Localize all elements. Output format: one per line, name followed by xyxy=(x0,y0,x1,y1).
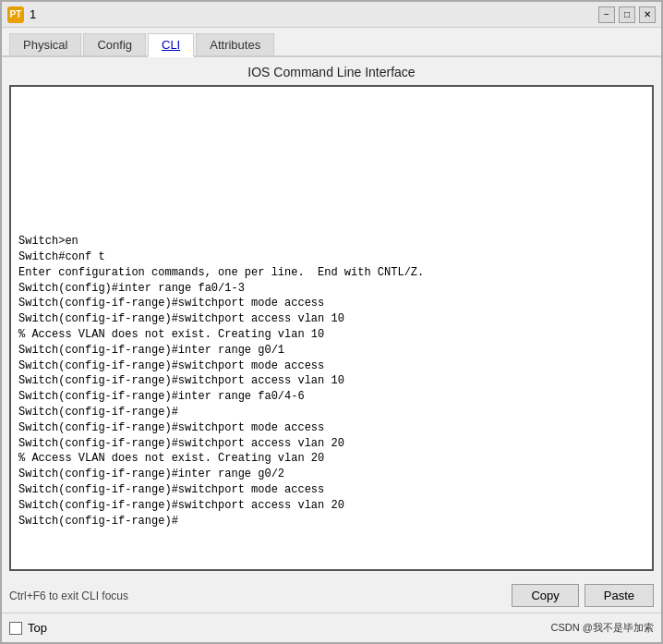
footer-bar: Top CSDN @我不是毕加索 xyxy=(2,613,661,642)
cli-section-title: IOS Command Line Interface xyxy=(9,65,654,79)
window-title: 1 xyxy=(30,7,36,21)
maximize-button[interactable]: □ xyxy=(619,6,635,23)
cli-output[interactable]: Switch>en Switch#conf t Enter configurat… xyxy=(11,87,652,536)
tab-bar: Physical Config CLI Attributes xyxy=(2,28,661,57)
top-checkbox[interactable] xyxy=(9,622,22,635)
cli-container[interactable]: Switch>en Switch#conf t Enter configurat… xyxy=(9,85,654,571)
close-button[interactable]: ✕ xyxy=(639,6,656,23)
bottom-buttons: Copy Paste xyxy=(512,584,654,607)
copy-button[interactable]: Copy xyxy=(512,584,578,607)
main-window: PT 1 − □ ✕ Physical Config CLI Attribute… xyxy=(0,0,663,644)
cli-scroll-area[interactable]: Switch>en Switch#conf t Enter configurat… xyxy=(11,87,652,569)
minimize-button[interactable]: − xyxy=(598,6,615,23)
watermark: CSDN @我不是毕加索 xyxy=(551,621,654,635)
top-label: Top xyxy=(28,621,47,635)
tab-physical[interactable]: Physical xyxy=(9,33,81,55)
bottom-bar: Ctrl+F6 to exit CLI focus Copy Paste xyxy=(2,578,661,613)
tab-cli[interactable]: CLI xyxy=(148,33,194,57)
title-bar-controls: − □ ✕ xyxy=(598,6,656,23)
title-bar: PT 1 − □ ✕ xyxy=(2,2,661,28)
app-icon: PT xyxy=(7,6,24,23)
tab-attributes[interactable]: Attributes xyxy=(196,33,274,55)
cli-hint: Ctrl+F6 to exit CLI focus xyxy=(9,589,128,602)
paste-button[interactable]: Paste xyxy=(585,584,654,607)
content-area: IOS Command Line Interface Switch>en Swi… xyxy=(2,57,661,578)
title-bar-left: PT 1 xyxy=(7,6,36,23)
footer-left: Top xyxy=(9,621,47,635)
tab-config[interactable]: Config xyxy=(83,33,146,55)
app-icon-label: PT xyxy=(10,9,22,19)
